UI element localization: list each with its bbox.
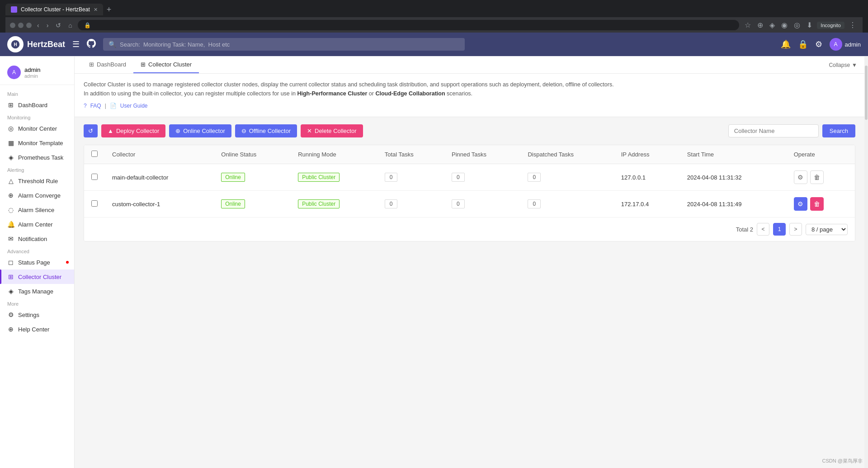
search-button[interactable]: Search — [822, 124, 855, 137]
sidebar: A admin admin Main ⊞ DashBoard Monitorin… — [0, 57, 75, 468]
sidebar-item-status-page[interactable]: ◻ Status Page — [0, 255, 74, 269]
sidebar-item-alarm-silence[interactable]: ◌ Alarm Silence — [0, 203, 74, 217]
row2-delete-button[interactable]: 🗑 — [810, 197, 824, 211]
sidebar-section-monitoring: Monitoring — [0, 112, 74, 121]
sidebar-item-tags-manage[interactable]: ◈ Tags Manage — [0, 284, 74, 298]
row1-collector: main-default-collector — [105, 164, 214, 191]
header-dispatched-tasks: Dispatched Tasks — [520, 145, 613, 164]
new-tab-button[interactable]: + — [105, 5, 113, 14]
sidebar-item-monitor-center[interactable]: ◎ Monitor Center — [0, 121, 74, 136]
faq-icon: ? — [84, 102, 87, 110]
collapse-chevron-icon: ▼ — [852, 62, 857, 68]
refresh-icon: ↺ — [88, 128, 93, 134]
extension-icon[interactable]: ⊕ — [755, 20, 765, 30]
username-label: admin — [845, 41, 861, 48]
win-close-btn[interactable] — [26, 23, 32, 28]
notification-button[interactable]: 🔔 — [781, 39, 791, 49]
window-buttons — [10, 23, 32, 28]
row1-status-badge: Online — [221, 173, 245, 182]
delete-collector-button[interactable]: ✕ Delete Collector — [301, 124, 363, 137]
sidebar-username: admin — [24, 66, 40, 73]
back-button[interactable]: ‹ — [35, 21, 41, 30]
info-panel: Collector Cluster is used to manage regi… — [75, 74, 864, 117]
extension3-icon[interactable]: ◉ — [779, 20, 789, 30]
offline-icon: ⊖ — [241, 128, 246, 134]
tab-collector-cluster[interactable]: ⊞ Collector Cluster — [133, 57, 199, 73]
settings-button[interactable]: ⚙ — [815, 39, 822, 49]
extension4-icon[interactable]: ◎ — [792, 20, 802, 30]
alarm-silence-icon: ◌ — [7, 206, 14, 213]
pagination-next-button[interactable]: > — [789, 223, 802, 236]
win-minimize-btn[interactable] — [10, 23, 15, 28]
active-tab[interactable]: Collector Cluster - HertzBeat ✕ — [5, 4, 103, 15]
scrollbar-thumb[interactable] — [865, 66, 868, 120]
security-button[interactable]: 🔒 — [798, 39, 808, 49]
sidebar-item-dashboard[interactable]: ⊞ DashBoard — [0, 98, 74, 112]
sidebar-item-prometheus-task[interactable]: ◈ Prometheus Task — [0, 150, 74, 165]
online-icon: ⊕ — [175, 128, 180, 134]
win-maximize-btn[interactable] — [18, 23, 24, 28]
page-size-select[interactable]: 8 / page 16 / page 32 / page — [806, 224, 848, 235]
menu-icon[interactable]: ⋮ — [847, 20, 858, 30]
user-info[interactable]: A admin — [830, 38, 861, 51]
sidebar-section-main: Main — [0, 89, 74, 98]
pagination-page-1-button[interactable]: 1 — [773, 223, 786, 236]
row2-settings-button[interactable]: ⚙ — [794, 197, 807, 211]
bookmark-icon[interactable]: ☆ — [743, 20, 753, 30]
tab-bar: Collector Cluster - HertzBeat ✕ + — [5, 4, 863, 15]
header-menu-button[interactable]: ☰ — [72, 39, 80, 49]
sidebar-item-collector-cluster[interactable]: ⊞ Collector Cluster — [0, 269, 74, 284]
collapse-button[interactable]: Collapse ▼ — [829, 62, 857, 68]
search-icon: 🔍 — [108, 41, 116, 48]
offline-collector-button[interactable]: ⊖ Offline Collector — [235, 124, 297, 137]
sidebar-label-monitor-template: Monitor Template — [18, 140, 63, 147]
info-text-prefix: In addition to using the built-in collec… — [84, 90, 297, 97]
row1-delete-button[interactable]: 🗑 — [810, 170, 824, 184]
header-pinned-tasks: Pinned Tasks — [444, 145, 520, 164]
tab-dashboard[interactable]: ⊞ DashBoard — [82, 57, 133, 73]
url-input[interactable]: localhost:1157/setting/collector — [94, 22, 733, 28]
extension2-icon[interactable]: ◈ — [768, 20, 777, 30]
sidebar-item-alarm-center[interactable]: 🔔 Alarm Center — [0, 217, 74, 232]
forward-button[interactable]: › — [45, 21, 51, 30]
logo-area: H HertzBeat — [7, 36, 65, 52]
row2-status-badge: Online — [221, 199, 245, 208]
sidebar-label-help-center: Help Center — [18, 326, 49, 333]
address-bar[interactable]: 🔒 localhost:1157/setting/collector — [78, 20, 740, 30]
help-center-icon: ⊕ — [7, 326, 14, 333]
home-button[interactable]: ⌂ — [66, 21, 74, 30]
github-button[interactable] — [87, 39, 96, 50]
row2-pinned-badge: 0 — [452, 199, 465, 208]
user-guide-link[interactable]: User Guide — [120, 102, 148, 110]
row1-checkbox[interactable] — [91, 174, 98, 180]
tab-close-btn[interactable]: ✕ — [94, 7, 98, 13]
sidebar-label-alarm-silence: Alarm Silence — [18, 207, 54, 213]
header-search-input[interactable] — [120, 41, 459, 48]
header-collector: Collector — [105, 145, 214, 164]
sidebar-item-alarm-converge[interactable]: ⊕ Alarm Converge — [0, 188, 74, 203]
reload-button[interactable]: ↺ — [54, 21, 63, 30]
row1-action-group: ⚙ 🗑 — [794, 170, 848, 184]
browser-chrome: Collector Cluster - HertzBeat ✕ + ‹ › ↺ … — [0, 0, 868, 33]
faq-link[interactable]: FAQ — [90, 102, 101, 110]
sidebar-section-alerting: Alerting — [0, 165, 74, 174]
refresh-button[interactable]: ↺ — [84, 124, 98, 137]
download-icon[interactable]: ⬇ — [805, 20, 814, 30]
header-checkbox[interactable] — [91, 151, 98, 157]
sidebar-item-settings[interactable]: ⚙ Settings — [0, 307, 74, 322]
sidebar-item-threshold-rule[interactable]: △ Threshold Rule — [0, 174, 74, 188]
header-search[interactable]: 🔍 — [103, 38, 465, 51]
row2-checkbox[interactable] — [91, 200, 98, 207]
deploy-collector-button[interactable]: ▲ Deploy Collector — [101, 124, 165, 137]
sidebar-item-notification[interactable]: ✉ Notification — [0, 232, 74, 246]
sidebar-item-monitor-template[interactable]: ▦ Monitor Template — [0, 136, 74, 150]
pagination-prev-button[interactable]: < — [757, 223, 769, 236]
row1-settings-button[interactable]: ⚙ — [794, 170, 807, 184]
row2-ip-address: 172.17.0.4 — [614, 191, 680, 217]
active-indicator — [0, 269, 1, 284]
user-guide-icon: 📄 — [110, 102, 117, 110]
row2-online-status: Online — [214, 191, 291, 217]
online-collector-button[interactable]: ⊕ Online Collector — [169, 124, 231, 137]
sidebar-item-help-center[interactable]: ⊕ Help Center — [0, 322, 74, 336]
collector-name-input[interactable] — [728, 124, 819, 137]
